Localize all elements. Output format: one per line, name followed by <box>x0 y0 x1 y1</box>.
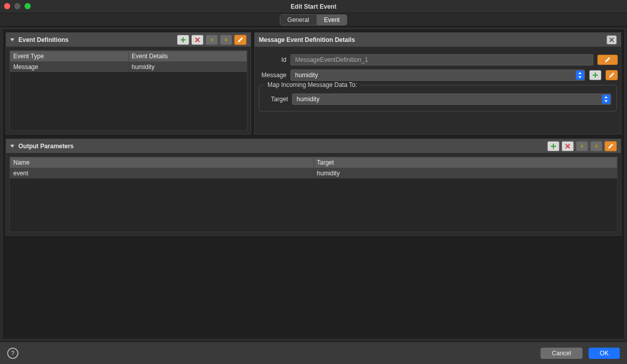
cell-event-type: Message <box>10 62 129 73</box>
move-down-button <box>220 35 232 45</box>
col-event-details[interactable]: Event Details <box>128 51 247 62</box>
row-message: Message humidity <box>258 70 618 81</box>
down-icon <box>593 143 599 149</box>
panel-title: Message Event Definition Details <box>259 36 355 43</box>
tab-segmented: General Event <box>280 14 347 26</box>
panel-header-output-parameters: Output Parameters <box>6 139 621 153</box>
disclosure-icon[interactable] <box>10 38 14 41</box>
tab-general[interactable]: General <box>280 15 317 25</box>
window-title: Edit Start Event <box>290 3 336 10</box>
disclosure-icon[interactable] <box>10 145 14 148</box>
panel-title: Output Parameters <box>18 143 74 150</box>
panel-header-details: Message Event Definition Details <box>255 33 621 47</box>
edit-icon <box>609 72 615 78</box>
edit-message-button[interactable] <box>606 70 618 80</box>
event-defs-table-wrap: Event Type Event Details Message humidit… <box>9 50 248 131</box>
edit-button[interactable] <box>604 141 617 151</box>
panel-output-parameters: Output Parameters <box>6 139 621 236</box>
add-message-button[interactable] <box>589 70 601 80</box>
minimize-window-button[interactable] <box>14 3 20 9</box>
label-target: Target <box>264 96 288 103</box>
edit-button[interactable] <box>234 35 247 45</box>
id-field[interactable] <box>290 54 593 65</box>
table-row[interactable]: event humidity <box>10 168 617 179</box>
cell-name: event <box>10 168 314 179</box>
add-button[interactable] <box>177 35 189 45</box>
target-value: humidity <box>297 96 320 103</box>
close-panel-button[interactable] <box>607 35 617 44</box>
edit-icon <box>604 57 611 63</box>
top-row: Event Definitions <box>6 32 621 134</box>
outputs-body: Name Target event humidity <box>6 153 621 235</box>
remove-button[interactable] <box>191 35 204 45</box>
cell-target: humidity <box>314 168 617 179</box>
col-target[interactable]: Target <box>314 157 617 168</box>
help-button[interactable]: ? <box>7 348 18 359</box>
up-icon <box>209 37 215 43</box>
tab-bar: General Event <box>0 13 627 27</box>
select-arrows-icon <box>576 71 584 80</box>
table-row[interactable]: Message humidity <box>10 62 247 73</box>
up-icon <box>579 143 585 149</box>
panel-header-event-definitions: Event Definitions <box>6 33 251 47</box>
window-controls <box>4 3 31 9</box>
down-icon <box>223 37 229 43</box>
remove-icon <box>565 143 571 149</box>
row-id: Id <box>258 54 618 65</box>
move-up-button <box>206 35 218 45</box>
add-icon <box>180 37 186 43</box>
outputs-toolbar <box>547 141 617 151</box>
cancel-button[interactable]: Cancel <box>541 348 582 359</box>
remove-button[interactable] <box>562 141 574 151</box>
outputs-table-wrap: Name Target event humidity <box>9 156 618 232</box>
target-select[interactable]: humidity <box>292 94 611 105</box>
titlebar: Edit Start Event <box>0 0 627 13</box>
remove-icon <box>194 37 200 43</box>
edit-icon <box>608 143 614 149</box>
close-icon <box>609 37 614 42</box>
move-up-button <box>576 141 588 151</box>
details-body: Id Message humidity <box>255 47 621 134</box>
col-name[interactable]: Name <box>10 157 314 168</box>
event-defs-table[interactable]: Event Type Event Details Message humidit… <box>10 51 247 72</box>
select-arrows-icon <box>602 95 610 104</box>
dialog-footer: ? Cancel OK <box>0 342 627 364</box>
label-message: Message <box>258 72 286 79</box>
help-icon: ? <box>11 350 14 357</box>
event-defs-body: Event Type Event Details Message humidit… <box>6 47 251 134</box>
empty-area <box>6 240 621 336</box>
edit-id-button[interactable] <box>597 55 618 65</box>
panel-event-definitions: Event Definitions <box>6 32 251 134</box>
label-id: Id <box>258 56 286 63</box>
move-down-button <box>590 141 602 151</box>
add-button[interactable] <box>547 141 559 151</box>
add-icon <box>550 143 556 149</box>
message-value: humidity <box>295 72 318 79</box>
dialog-edit-start-event: Edit Start Event General Event Event Def… <box>0 0 627 364</box>
message-select[interactable]: humidity <box>290 70 585 81</box>
dialog-content: Event Definitions <box>2 29 625 339</box>
row-target: Target humidity <box>264 94 611 105</box>
ok-button[interactable]: OK <box>589 348 620 359</box>
event-defs-toolbar <box>177 35 247 45</box>
close-window-button[interactable] <box>4 3 10 9</box>
group-map-incoming: Map Incoming Message Data To: Target hum… <box>259 85 617 111</box>
panel-title: Event Definitions <box>18 36 69 43</box>
add-icon <box>592 72 598 78</box>
edit-icon <box>237 37 243 43</box>
outputs-table[interactable]: Name Target event humidity <box>10 157 617 178</box>
cell-event-details: humidity <box>128 62 247 73</box>
group-legend: Map Incoming Message Data To: <box>264 81 360 88</box>
col-event-type[interactable]: Event Type <box>10 51 129 62</box>
panel-message-event-definition-details: Message Event Definition Details Id <box>254 32 621 134</box>
tab-event[interactable]: Event <box>317 15 347 25</box>
zoom-window-button[interactable] <box>25 3 31 9</box>
